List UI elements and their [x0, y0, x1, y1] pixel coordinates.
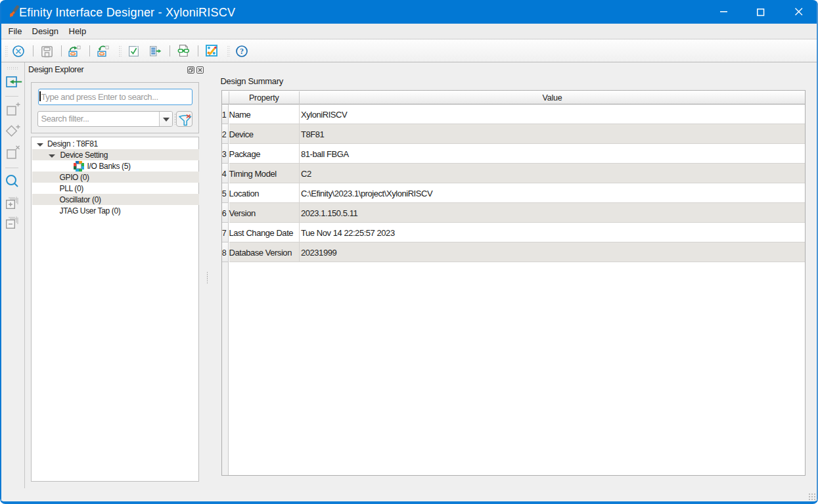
svg-text:?: ?	[240, 47, 244, 56]
